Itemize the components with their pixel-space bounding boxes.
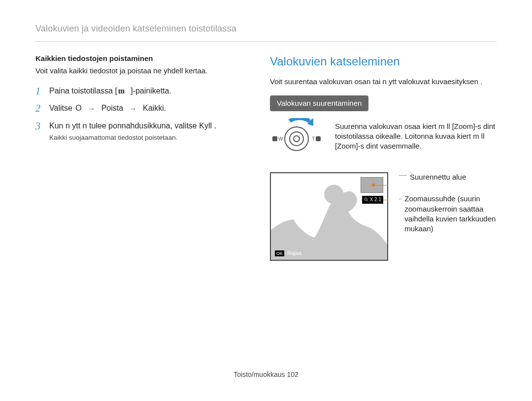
step-key: m [117, 87, 131, 95]
callout-mini: Suurennettu alue [399, 172, 497, 182]
zoom-ratio-text: X 2.1 [370, 196, 381, 203]
lcd-preview: X 2.1 OK Rajaa [270, 172, 388, 261]
svg-point-5 [324, 185, 343, 204]
connector-line [399, 175, 407, 176]
zoom-instruction: Suurenna valokuvan osaa kiert m ll [Zoom… [335, 122, 497, 152]
svg-rect-4 [316, 137, 320, 141]
left-lead: Voit valita kaikki tiedostot ja poistaa … [35, 66, 242, 76]
callout-ratio: Zoomaussuhde (suurin zoomauskerroin saat… [399, 194, 497, 234]
right-lead: Voit suurentaa valokuvan osan tai n ytt … [270, 77, 497, 87]
left-column: Kaikkien tiedostojen poistaminen Voit va… [35, 54, 242, 261]
step-text: Valitse [49, 104, 72, 112]
footer-section: Toisto/muokkaus [233, 370, 285, 378]
step-3: 3 Kun n ytt n tulee ponnahdusikkuna, val… [35, 121, 242, 142]
step-path: O [74, 104, 81, 112]
step-text: Kun n ytt n tulee ponnahdusikkuna, valit… [49, 122, 216, 130]
callouts: Suurennettu alue Zoomaussuhde (suurin zo… [399, 172, 497, 246]
svg-point-2 [294, 136, 299, 142]
arrow-icon: → [88, 104, 95, 114]
page-footer: Toisto/muokkaus 102 [0, 370, 532, 379]
steps-list: 1 Paina toistotilassa [m]-painiketta. 2 … [35, 86, 242, 142]
footer-page: 102 [287, 370, 298, 378]
svg-point-6 [365, 198, 367, 200]
callout-label: Suurennettu alue [407, 172, 466, 182]
zoom-row: W T Suurenna valokuvan osaa kiert m ll [… [270, 118, 497, 154]
crop-label: Rajaa [287, 249, 301, 257]
step-text-pre: Paina toistotilassa [ [49, 87, 117, 95]
step-path: Kaikki. [143, 104, 166, 112]
page: Valokuvien ja videoiden katseleminen toi… [0, 0, 532, 401]
header-divider [35, 41, 497, 42]
pointer-line [373, 185, 388, 185]
step-num: 2 [35, 102, 40, 115]
enlarge-row: X 2.1 OK Rajaa Suurennettu alue Zoomauss… [270, 172, 497, 261]
step-text-post: ]-painiketta. [131, 87, 171, 95]
magnifier-icon [364, 197, 368, 202]
step-note: Kaikki suojaamattomat tiedostot poisteta… [49, 133, 242, 142]
zoom-w-label: W [278, 136, 283, 143]
step-path: Poista [101, 104, 123, 112]
ok-badge: OK [275, 250, 284, 256]
zoom-ratio-badge: X 2.1 [362, 196, 383, 204]
subsection-pill: Valokuvan suurentaminen [270, 95, 368, 111]
zoom-dial-icon: W T [270, 118, 323, 154]
zoom-t-label: T [312, 136, 315, 143]
crop-hint: OK Rajaa [275, 249, 301, 257]
step-num: 3 [35, 120, 40, 133]
section-title: Valokuvien katseleminen [270, 54, 497, 69]
columns: Kaikkien tiedostojen poistaminen Voit va… [35, 54, 497, 261]
step-1: 1 Paina toistotilassa [m]-painiketta. [35, 86, 242, 96]
left-subhead: Kaikkien tiedostojen poistaminen [35, 54, 242, 63]
step-2: 2 Valitse O → Poista → Kaikki. [35, 103, 242, 114]
right-column: Valokuvien katseleminen Voit suurentaa v… [270, 54, 497, 261]
svg-rect-3 [273, 137, 277, 141]
callout-label: Zoomaussuhde (suurin zoomauskerroin saat… [401, 194, 497, 234]
step-num: 1 [35, 85, 40, 98]
page-title: Valokuvien ja videoiden katseleminen toi… [35, 23, 497, 34]
arrow-icon: → [130, 104, 137, 114]
svg-line-7 [366, 200, 368, 202]
